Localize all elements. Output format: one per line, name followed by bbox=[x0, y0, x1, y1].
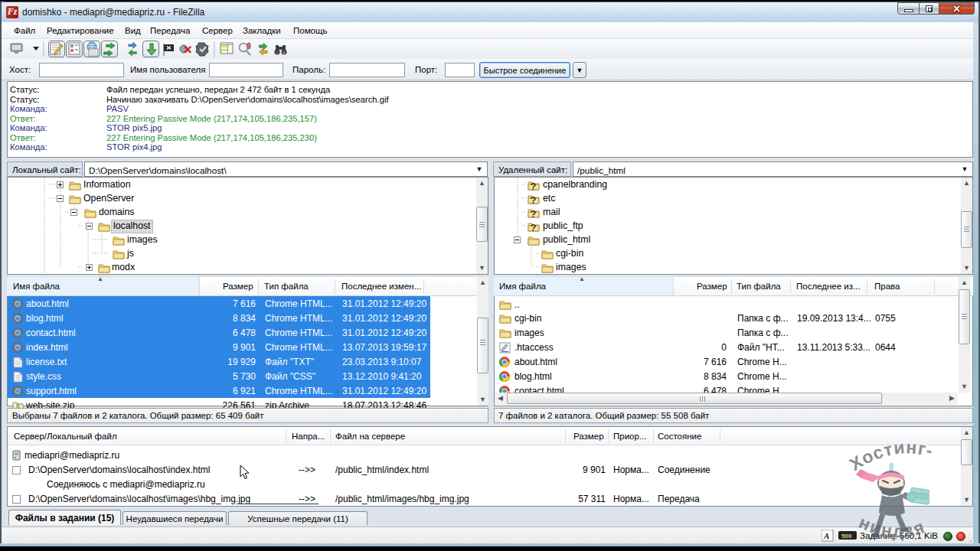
svg-text:ниндзя: ниндзя bbox=[856, 512, 928, 541]
